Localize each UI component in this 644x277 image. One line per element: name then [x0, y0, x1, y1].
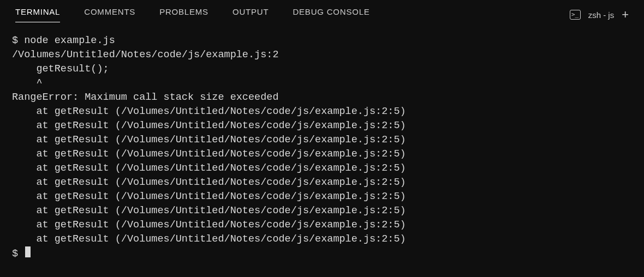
terminal-controls: >_ zsh - js + [570, 9, 629, 21]
stack-frame: at getResult (/Volumes/Untitled/Notes/co… [12, 105, 632, 119]
stack-frame: at getResult (/Volumes/Untitled/Notes/co… [12, 232, 632, 246]
error-caret-line: ^ [12, 76, 632, 91]
stack-frame: at getResult (/Volumes/Untitled/Notes/co… [12, 133, 632, 147]
stack-frame: at getResult (/Volumes/Untitled/Notes/co… [12, 119, 632, 133]
stack-frame: at getResult (/Volumes/Untitled/Notes/co… [12, 176, 632, 190]
tab-comments[interactable]: COMMENTS [84, 7, 135, 22]
error-file-line: /Volumes/Untitled/Notes/code/js/example.… [12, 48, 632, 62]
terminal-output[interactable]: $ node example.js/Volumes/Untitled/Notes… [0, 24, 644, 261]
prompt-symbol: $ [12, 35, 18, 46]
prompt-symbol: $ [12, 248, 18, 260]
stack-frame: at getResult (/Volumes/Untitled/Notes/co… [12, 190, 632, 204]
stack-frame: at getResult (/Volumes/Untitled/Notes/co… [12, 147, 632, 161]
panel-header: TERMINAL COMMENTS PROBLEMS OUTPUT DEBUG … [0, 0, 644, 24]
stack-frame: at getResult (/Volumes/Untitled/Notes/co… [12, 218, 632, 232]
panel-tabs: TERMINAL COMMENTS PROBLEMS OUTPUT DEBUG … [15, 7, 370, 22]
terminal-cursor [25, 246, 31, 257]
shell-icon: >_ [570, 10, 581, 20]
new-terminal-icon[interactable]: + [622, 9, 629, 21]
tab-debug-console[interactable]: DEBUG CONSOLE [293, 7, 369, 22]
stack-frame: at getResult (/Volumes/Untitled/Notes/co… [12, 204, 632, 218]
tab-problems[interactable]: PROBLEMS [159, 7, 208, 22]
error-call-line: getResult(); [12, 62, 632, 76]
stack-frame: at getResult (/Volumes/Untitled/Notes/co… [12, 161, 632, 176]
tab-output[interactable]: OUTPUT [232, 7, 269, 22]
tab-terminal[interactable]: TERMINAL [15, 7, 60, 22]
command-text: node example.js [24, 35, 115, 46]
error-title: RangeError: Maximum call stack size exce… [12, 91, 632, 105]
shell-label[interactable]: zsh - js [588, 10, 615, 20]
